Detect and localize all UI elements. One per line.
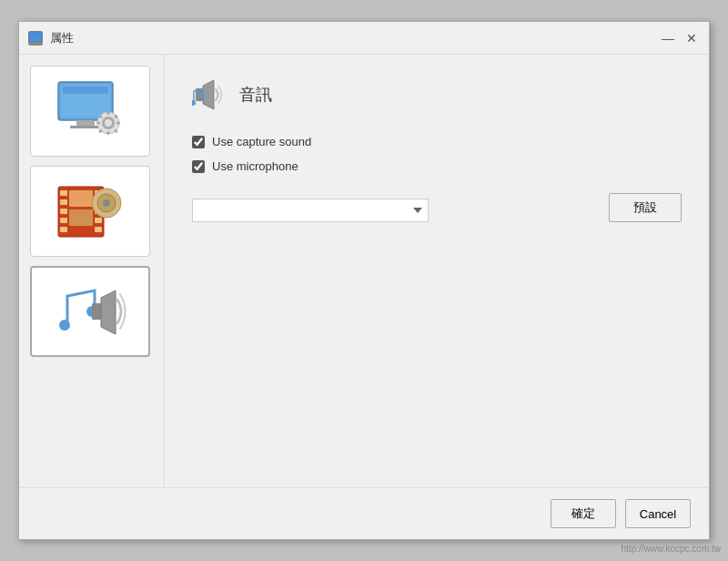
- svg-marker-39: [101, 291, 116, 334]
- svg-rect-31: [69, 190, 93, 207]
- svg-rect-22: [60, 199, 67, 205]
- window-controls: — ✕: [660, 30, 700, 46]
- svg-rect-23: [60, 209, 67, 214]
- use-capture-sound-label: Use capture sound: [212, 135, 311, 148]
- monitor-icon: [54, 77, 126, 146]
- sidebar-item-audio[interactable]: [30, 266, 150, 357]
- svg-rect-21: [60, 190, 67, 196]
- main-content: 音訊 Use capture sound Use microphone: [165, 55, 709, 244]
- properties-window: 属性 — ✕: [18, 21, 710, 540]
- capture-sound-row: Use capture sound: [192, 135, 682, 148]
- use-microphone-label: Use microphone: [212, 159, 298, 173]
- microphone-row: Use microphone: [192, 159, 682, 173]
- svg-rect-29: [95, 218, 102, 223]
- svg-rect-13: [107, 131, 110, 135]
- svg-point-42: [192, 100, 196, 106]
- watermark: http://www.kocpc.com.tw: [622, 544, 721, 554]
- svg-rect-38: [92, 303, 101, 320]
- cancel-button[interactable]: Cancel: [625, 499, 691, 528]
- section-audio-icon: [192, 76, 228, 113]
- content-area: 音訊 Use capture sound Use microphone: [19, 55, 709, 487]
- footer: 確定 Cancel: [19, 487, 709, 539]
- audio-icon: [54, 278, 126, 346]
- sidebar: [19, 55, 165, 487]
- svg-rect-32: [69, 209, 93, 226]
- svg-rect-6: [63, 87, 108, 94]
- default-button[interactable]: 預設: [609, 193, 682, 222]
- main-panel: 音訊 Use capture sound Use microphone: [165, 55, 709, 487]
- window-title: 属性: [50, 30, 660, 46]
- svg-rect-30: [95, 227, 102, 232]
- close-button[interactable]: ✕: [683, 30, 700, 46]
- svg-rect-24: [60, 218, 67, 223]
- svg-rect-1: [33, 42, 38, 44]
- svg-point-11: [105, 119, 112, 127]
- svg-rect-8: [70, 126, 101, 128]
- title-bar: 属性 — ✕: [19, 22, 709, 55]
- section-header: 音訊: [192, 76, 682, 113]
- svg-rect-0: [29, 32, 42, 42]
- ok-button[interactable]: 確定: [551, 499, 616, 528]
- svg-rect-15: [116, 121, 120, 124]
- svg-rect-2: [31, 44, 40, 45]
- svg-rect-25: [60, 227, 67, 232]
- minimize-button[interactable]: —: [660, 30, 676, 46]
- svg-point-35: [103, 199, 110, 207]
- use-microphone-checkbox[interactable]: [192, 160, 205, 173]
- options-group: Use capture sound Use microphone: [192, 135, 682, 173]
- svg-point-43: [199, 93, 205, 98]
- microphone-dropdown[interactable]: [192, 199, 429, 222]
- svg-rect-7: [76, 120, 95, 126]
- sidebar-item-film[interactable]: [30, 166, 150, 257]
- svg-point-36: [59, 320, 70, 331]
- sidebar-item-monitor[interactable]: [30, 66, 150, 157]
- svg-rect-12: [107, 111, 110, 115]
- section-title: 音訊: [239, 84, 272, 106]
- use-capture-sound-checkbox[interactable]: [192, 136, 205, 148]
- app-icon: [28, 31, 43, 46]
- svg-rect-14: [96, 121, 100, 124]
- film-icon: [54, 178, 126, 246]
